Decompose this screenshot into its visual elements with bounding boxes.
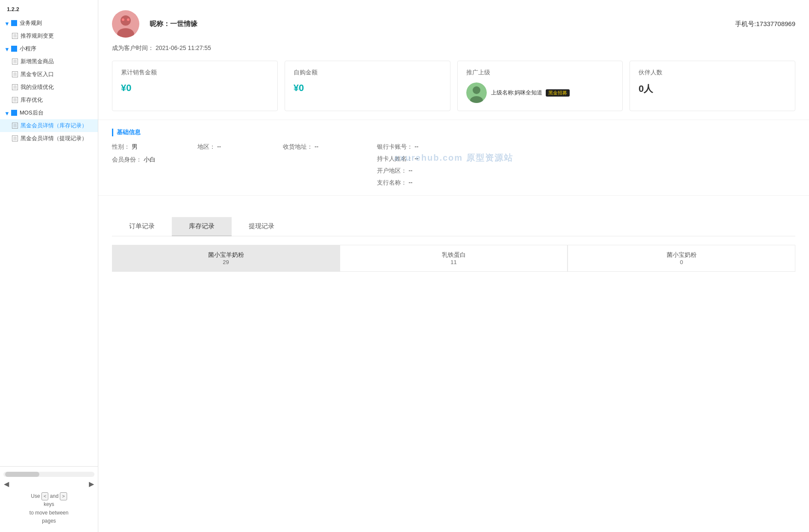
profile-phone: 手机号:17337708969 <box>735 20 795 28</box>
member-level-value: 小白 <box>144 156 156 163</box>
stats-row: 累计销售金额 ¥0 自购金额 ¥0 推广上级 <box>112 61 795 111</box>
sidebar-item-label-black-member-withdraw: 黑金会员详情（提现记录） <box>21 135 87 142</box>
sidebar-group-mini-program[interactable]: ▼ 小程序 <box>0 42 98 55</box>
doc-icon-black-zone-entry: 目 <box>12 71 18 77</box>
bank-account-label: 银行卡账号： <box>377 143 413 150</box>
sidebar-group-mini-program-items: 目 新增黑金商品 目 黑金专区入口 目 我的业绩优化 目 库存优化 <box>0 55 98 106</box>
nav-key-right: > <box>60 492 67 501</box>
tabs-row: 订单记录 库存记录 提现记录 <box>112 217 795 236</box>
nav-hint-use: Use <box>31 493 40 499</box>
tab-withdraw-records[interactable]: 提现记录 <box>232 217 291 236</box>
sidebar-item-label-black-member-inventory: 黑金会员详情（库存记录） <box>21 122 87 129</box>
profile-date: 成为客户时间： 2021-06-25 11:27:55 <box>112 44 795 52</box>
sidebar-item-recommend-change[interactable]: 目 推荐规则变更 <box>0 29 98 42</box>
stat-title-partner-count: 伙伴人数 <box>638 69 786 76</box>
card-holder-label: 持卡人姓名： <box>377 155 413 162</box>
content-area <box>98 272 809 306</box>
stat-title-self-purchase: 自购金额 <box>294 69 441 76</box>
tab-order-records[interactable]: 订单记录 <box>112 217 172 236</box>
info-member-level: 会员身份： 小白 <box>112 156 180 164</box>
nickname-value: 一世情缘 <box>170 20 197 27</box>
collapse-arrow-mos: ▼ <box>4 110 9 115</box>
info-delivery: 收货地址： -- <box>283 143 360 151</box>
sidebar-item-inventory-optimize[interactable]: 目 库存优化 <box>0 94 98 106</box>
profile-nickname: 昵称：一世情缘 <box>150 20 197 27</box>
sidebar-item-black-member-withdraw[interactable]: 目 黑金会员详情（提现记录） <box>0 132 98 145</box>
stat-title-promote-upper: 推广上级 <box>466 69 614 76</box>
sub-tab-sheep-milk[interactable]: 菌小宝羊奶粉 29 <box>112 245 340 272</box>
sidebar-group-business-rules[interactable]: ▼ 业务规则 <box>0 17 98 29</box>
sidebar-group-label-business-rules: 业务规则 <box>20 19 42 27</box>
sidebar-group-business-rules-items: 目 推荐规则变更 <box>0 29 98 42</box>
date-label: 成为客户时间： <box>112 44 154 51</box>
sidebar-group-mos-items: 目 黑金会员详情（库存记录） 目 黑金会员详情（提现记录） <box>0 119 98 145</box>
info-branch: 支行名称： -- <box>377 179 418 187</box>
sidebar-prev-button[interactable]: ◀ <box>2 479 11 489</box>
info-region: 地区： -- <box>197 143 266 151</box>
profile-nickname-container: 昵称：一世情缘 <box>150 20 197 29</box>
gender-label: 性别： <box>112 143 130 150</box>
info-col-bank: 银行卡账号： -- 持卡人姓名： -- 开户地区： -- 支行名称： -- <box>377 143 418 187</box>
profile-header: 昵称：一世情缘 手机号:17337708969 <box>112 10 795 38</box>
region-value: -- <box>217 143 221 150</box>
sidebar-next-button[interactable]: ▶ <box>87 479 96 489</box>
group-icon-mini-program <box>11 46 17 52</box>
svg-point-4 <box>127 18 129 21</box>
doc-icon-inventory-optimize: 目 <box>12 97 18 103</box>
doc-icon-recommend-change: 目 <box>12 33 18 39</box>
stat-value-partner-count: 0人 <box>638 82 786 95</box>
stat-value-cumulative-sales: ¥0 <box>121 82 269 94</box>
open-region-label: 开户地区： <box>377 167 407 174</box>
svg-point-3 <box>122 18 124 21</box>
phone-value: 17337708969 <box>756 20 795 27</box>
group-icon-mos <box>11 110 17 116</box>
sub-tab-value-probiotic-milk: 0 <box>572 259 791 265</box>
tabs-section: 订单记录 库存记录 提现记录 菌小宝羊奶粉 29 乳铁蛋白 11 菌小宝奶粉 0 <box>98 209 809 272</box>
tab-inventory-records[interactable]: 库存记录 <box>172 217 232 236</box>
sidebar-item-black-zone-entry[interactable]: 目 黑金专区入口 <box>0 68 98 81</box>
branch-label: 支行名称： <box>377 179 407 186</box>
bank-account-value: -- <box>415 143 418 150</box>
sub-tab-value-lactoferrin: 11 <box>344 259 563 265</box>
sub-tab-probiotic-milk[interactable]: 菌小宝奶粉 0 <box>568 245 795 272</box>
spacer-1 <box>98 196 809 209</box>
sidebar-group-mos[interactable]: ▼ MOS后台 <box>0 106 98 119</box>
stat-card-promote-upper: 推广上级 上级名称:妈咪全知道 黑金招募 <box>457 61 623 111</box>
gender-value: 男 <box>132 143 138 150</box>
region-label: 地区： <box>197 143 215 150</box>
sidebar-item-label-recommend-change: 推荐规则变更 <box>21 32 54 40</box>
sidebar-item-label-add-black-goods: 新增黑金商品 <box>21 58 54 65</box>
info-columns: 性别： 男 会员身份： 小白 地区： -- 收货地址： -- <box>112 143 795 187</box>
doc-icon-black-member-withdraw: 目 <box>12 135 18 141</box>
delivery-label: 收货地址： <box>283 143 313 150</box>
version-label: 1.2.2 <box>0 0 98 17</box>
promote-info: 上级名称:妈咪全知道 黑金招募 <box>491 89 570 97</box>
sub-tabs-row: 菌小宝羊奶粉 29 乳铁蛋白 11 菌小宝奶粉 0 <box>112 245 795 272</box>
sidebar-scrollbar[interactable] <box>3 472 94 477</box>
doc-icon-black-member-inventory: 目 <box>12 123 18 129</box>
nav-hint-keys: keys <box>44 501 54 507</box>
sub-tab-value-sheep-milk: 29 <box>117 259 335 265</box>
sidebar-nav-hint: Use < and > keys to move between pages <box>0 490 98 529</box>
sub-tab-lactoferrin[interactable]: 乳铁蛋白 11 <box>340 245 568 272</box>
promote-upper-name: 上级名称:妈咪全知道 <box>491 89 543 96</box>
open-region-value: -- <box>409 167 412 174</box>
sidebar-item-add-black-goods[interactable]: 目 新增黑金商品 <box>0 55 98 68</box>
info-col-left: 性别： 男 会员身份： 小白 <box>112 143 180 187</box>
collapse-arrow-mini-program: ▼ <box>4 46 9 51</box>
doc-icon-my-performance: 目 <box>12 84 18 90</box>
info-bank-account: 银行卡账号： -- <box>377 143 418 151</box>
sidebar-item-my-performance[interactable]: 目 我的业绩优化 <box>0 81 98 94</box>
info-col-delivery: 收货地址： -- <box>283 143 360 187</box>
sidebar-scrollbar-thumb <box>5 472 39 477</box>
promote-avatar <box>466 82 487 103</box>
delivery-value: -- <box>315 143 318 150</box>
stat-promote-content: 上级名称:妈咪全知道 黑金招募 <box>466 82 614 103</box>
sidebar-group-label-mos: MOS后台 <box>20 109 44 117</box>
group-icon-business-rules <box>11 20 17 26</box>
nav-hint-and: and <box>50 493 59 499</box>
sub-tab-label-sheep-milk: 菌小宝羊奶粉 <box>117 251 335 259</box>
stat-card-partner-count: 伙伴人数 0人 <box>630 61 795 111</box>
basic-info-title: 基础信息 <box>112 129 795 136</box>
sidebar-item-black-member-inventory[interactable]: 目 黑金会员详情（库存记录） <box>0 119 98 132</box>
